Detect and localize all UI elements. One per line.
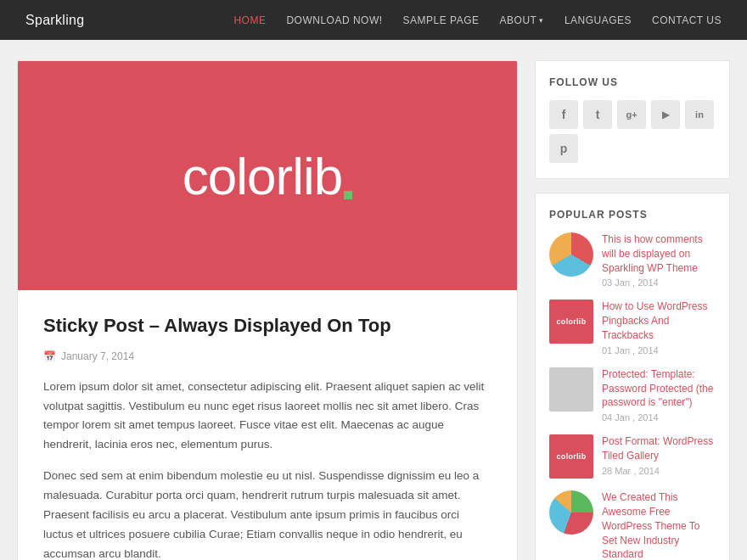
post-paragraph-2: Donec sed sem at enim bibendum molestie … (43, 467, 491, 560)
sidebar: FOLLOW US f t g+ ▶ in p POPULAR POSTS Th… (535, 60, 730, 560)
post-thumb-3 (549, 367, 593, 412)
popular-post-date-2: 01 Jan , 2014 (602, 345, 716, 356)
popular-post-date-1: 03 Jan , 2014 (602, 277, 716, 288)
circular-thumbnail-5 (549, 490, 593, 535)
circular-thumbnail-1 (549, 232, 593, 277)
list-item: We Created This Awesome Free WordPress T… (549, 490, 716, 560)
nav-home[interactable]: HOME (233, 14, 266, 26)
nav-contact[interactable]: CONTACT US (652, 14, 722, 26)
hero-logo: colorlib (183, 146, 352, 206)
follow-us-widget: FOLLOW US f t g+ ▶ in p (535, 60, 730, 179)
hero-logo-dot (344, 191, 352, 199)
calendar-icon: 📅 (43, 350, 56, 362)
post-body: Sticky Post – Always Displayed On Top 📅 … (18, 290, 517, 560)
content-area: colorlib Sticky Post – Always Displayed … (17, 60, 518, 560)
post-info-1: This is how comments will be displayed o… (602, 232, 716, 288)
post-thumb-4: colorlib (549, 434, 593, 479)
popular-post-title-4[interactable]: Post Format: WordPress Tiled Gallery (602, 434, 716, 463)
twitter-icon[interactable]: t (583, 100, 612, 129)
pinterest-icon[interactable]: p (549, 134, 578, 163)
post-info-5: We Created This Awesome Free WordPress T… (602, 490, 716, 560)
popular-post-date-4: 28 Mar , 2014 (602, 466, 716, 476)
post-info-2: How to Use WordPress Pingbacks And Track… (602, 300, 716, 355)
hero-image: colorlib (18, 61, 517, 290)
popular-post-date-3: 04 Jan , 2014 (602, 412, 716, 423)
list-item: Protected: Template: Password Protected … (549, 367, 716, 423)
youtube-icon[interactable]: ▶ (651, 100, 680, 129)
post-paragraph-1: Lorem ipsum dolor sit amet, consectetur … (43, 378, 491, 456)
colorlib-logo-4: colorlib (557, 452, 587, 461)
site-header: Sparkling HOME DOWNLOAD NOW! SAMPLE PAGE… (0, 0, 747, 40)
social-icons: f t g+ ▶ in p (549, 100, 716, 163)
chevron-down-icon: ▾ (539, 16, 544, 25)
follow-us-title: FOLLOW US (549, 76, 716, 88)
popular-post-title-2[interactable]: How to Use WordPress Pingbacks And Track… (602, 300, 716, 342)
list-item: colorlib How to Use WordPress Pingbacks … (549, 300, 716, 355)
nav-languages[interactable]: LANGUAGES (564, 14, 632, 26)
post-title: Sticky Post – Always Displayed On Top (43, 314, 491, 339)
post-info-3: Protected: Template: Password Protected … (602, 367, 716, 423)
site-logo[interactable]: Sparkling (25, 13, 84, 28)
post-thumb-5 (549, 490, 593, 535)
nav-about[interactable]: ABOUT ▾ (500, 14, 544, 26)
post-thumb-2: colorlib (549, 300, 593, 344)
main-nav: HOME DOWNLOAD NOW! SAMPLE PAGE ABOUT ▾ L… (233, 14, 722, 26)
list-item: This is how comments will be displayed o… (549, 232, 716, 288)
facebook-icon[interactable]: f (549, 100, 578, 129)
popular-posts-widget: POPULAR POSTS This is how comments will … (535, 193, 730, 560)
main-wrapper: colorlib Sticky Post – Always Displayed … (0, 40, 747, 560)
popular-posts-title: POPULAR POSTS (549, 209, 716, 221)
googleplus-icon[interactable]: g+ (617, 100, 646, 129)
colorlib-logo-2: colorlib (557, 317, 587, 326)
linkedin-icon[interactable]: in (685, 100, 714, 129)
nav-sample[interactable]: SAMPLE PAGE (403, 14, 480, 26)
list-item: colorlib Post Format: WordPress Tiled Ga… (549, 434, 716, 479)
popular-post-title-5[interactable]: We Created This Awesome Free WordPress T… (602, 490, 716, 560)
post-thumb-1 (549, 232, 593, 277)
post-date: January 7, 2014 (61, 350, 134, 362)
post-meta: 📅 January 7, 2014 (43, 350, 491, 362)
popular-post-title-1[interactable]: This is how comments will be displayed o… (602, 232, 716, 275)
nav-download[interactable]: DOWNLOAD NOW! (286, 14, 382, 26)
post-info-4: Post Format: WordPress Tiled Gallery 28 … (602, 434, 716, 476)
popular-post-title-3[interactable]: Protected: Template: Password Protected … (602, 367, 716, 410)
